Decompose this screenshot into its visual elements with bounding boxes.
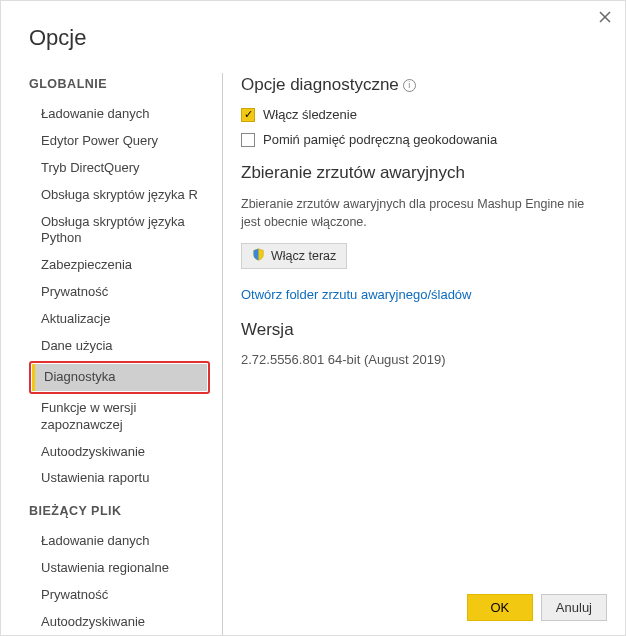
section-diagnostic-label: Opcje diagnostyczne [241, 75, 399, 95]
options-dialog: Opcje GLOBALNIE Ładowanie danych Edytor … [0, 0, 626, 636]
sidebar-item-usage-data[interactable]: Dane użycia [29, 333, 210, 360]
shield-icon [252, 248, 265, 264]
sidebar-highlight: Diagnostyka [29, 361, 210, 394]
checkbox-bypass-geocache[interactable]: Pomiń pamięć podręczną geokodowania [241, 132, 601, 147]
sidebar-item-privacy-current[interactable]: Prywatność [29, 582, 210, 609]
sidebar-item-data-load-current[interactable]: Ładowanie danych [29, 528, 210, 555]
crash-description: Zbieranie zrzutów awaryjnych dla procesu… [241, 195, 601, 231]
sidebar-item-autorecovery-current[interactable]: Autoodzyskiwanie [29, 609, 210, 635]
enable-now-button[interactable]: Włącz teraz [241, 243, 347, 269]
dialog-footer: OK Anuluj [467, 594, 607, 621]
sidebar-item-r-scripting[interactable]: Obsługa skryptów języka R [29, 182, 210, 209]
sidebar-item-report-settings-global[interactable]: Ustawienia raportu [29, 465, 210, 492]
main-panel: Opcje diagnostyczne i ✓ Włącz śledzenie … [237, 65, 609, 635]
version-value: 2.72.5556.801 64-bit (August 2019) [241, 352, 601, 367]
dialog-header: Opcje [1, 1, 625, 65]
ok-button[interactable]: OK [467, 594, 533, 621]
sidebar: GLOBALNIE Ładowanie danych Edytor Power … [29, 65, 214, 635]
sidebar-item-power-query[interactable]: Edytor Power Query [29, 128, 210, 155]
section-diagnostic-options: Opcje diagnostyczne i [241, 75, 601, 95]
sidebar-item-data-load-global[interactable]: Ładowanie danych [29, 101, 210, 128]
group-label-global: GLOBALNIE [29, 77, 210, 91]
checkbox-label: Włącz śledzenie [263, 107, 357, 122]
group-label-current: BIEŻĄCY PLIK [29, 504, 210, 518]
section-crash-label: Zbieranie zrzutów awaryjnych [241, 163, 465, 183]
checkbox-icon [241, 133, 255, 147]
sidebar-item-privacy-global[interactable]: Prywatność [29, 279, 210, 306]
section-crash-dump: Zbieranie zrzutów awaryjnych [241, 163, 601, 183]
checkbox-label: Pomiń pamięć podręczną geokodowania [263, 132, 497, 147]
section-version-label: Wersja [241, 320, 294, 340]
checkbox-icon: ✓ [241, 108, 255, 122]
open-traces-folder-link[interactable]: Otwórz folder zrzutu awaryjnego/śladów [241, 287, 601, 302]
sidebar-item-updates[interactable]: Aktualizacje [29, 306, 210, 333]
sidebar-item-regional[interactable]: Ustawienia regionalne [29, 555, 210, 582]
sidebar-item-directquery-global[interactable]: Tryb DirectQuery [29, 155, 210, 182]
dialog-title: Opcje [29, 25, 597, 51]
sidebar-item-python-scripting[interactable]: Obsługa skryptów języka Python [29, 209, 210, 253]
cancel-button[interactable]: Anuluj [541, 594, 607, 621]
close-button[interactable] [595, 7, 615, 27]
info-icon[interactable]: i [403, 79, 416, 92]
sidebar-item-preview-features[interactable]: Funkcje w wersji zapoznawczej [29, 395, 210, 439]
sidebar-item-security[interactable]: Zabezpieczenia [29, 252, 210, 279]
enable-now-label: Włącz teraz [271, 249, 336, 263]
divider [222, 73, 223, 635]
sidebar-item-autorecovery-global[interactable]: Autoodzyskiwanie [29, 439, 210, 466]
checkbox-enable-tracing[interactable]: ✓ Włącz śledzenie [241, 107, 601, 122]
section-version: Wersja [241, 320, 601, 340]
dialog-body: GLOBALNIE Ładowanie danych Edytor Power … [1, 65, 625, 635]
sidebar-item-diagnostics[interactable]: Diagnostyka [32, 364, 207, 391]
